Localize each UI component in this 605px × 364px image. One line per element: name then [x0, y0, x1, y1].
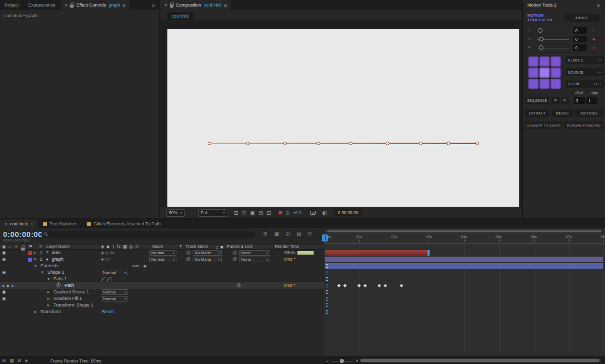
slider-left-icon[interactable]: ‹ — [529, 28, 530, 33]
add-null-button[interactable]: ADD NULL — [575, 109, 603, 117]
transparency-grid-icon[interactable]: ▤ — [258, 210, 263, 216]
property-row-path[interactable]: ◀ ◆ ▶ Path @ 0ms * — [0, 282, 324, 289]
parent-pickwhip-icon[interactable]: @ — [232, 250, 237, 256]
tab-timeline-glitch-elements[interactable]: Glitch Elements Attached To Path — [82, 219, 165, 228]
draft-3d-icon[interactable]: ▦ — [274, 231, 279, 236]
preset-cell[interactable] — [539, 56, 550, 67]
eye-icon[interactable]: ◉ — [2, 256, 6, 263]
preset-cell[interactable] — [551, 68, 561, 78]
expand-layers-icon[interactable]: ▦ — [10, 358, 14, 363]
show-snapshot-icon[interactable]: ◧ — [322, 210, 327, 216]
snapshot-camera-icon[interactable] — [310, 211, 316, 215]
clone-button[interactable]: CLONE ●●○○ — [566, 80, 604, 88]
stagger-up-icon[interactable]: ≡ — [552, 97, 560, 104]
reset-link[interactable]: Reset — [102, 309, 114, 315]
slider-value-1[interactable]: 0 — [573, 27, 587, 34]
zoom-in-mountain-icon[interactable]: ▲ — [355, 358, 359, 362]
viewer-tab-cool-trick[interactable]: cool trick — [167, 12, 194, 20]
property-row-gradient-stroke[interactable]: ◉ ▸ Gradient Stroke 1 Normal▾ — [0, 289, 324, 295]
path-point[interactable] — [349, 142, 352, 145]
timeline-scrollbar-track[interactable] — [360, 358, 601, 362]
shape-blend-mode-select[interactable]: Normal▾ — [101, 270, 128, 275]
expander-icon[interactable]: ▸ — [34, 309, 37, 315]
keyframe-add-icon[interactable]: ◆ — [7, 282, 9, 289]
slider-value-3[interactable]: 0 — [573, 44, 587, 51]
bounce-button[interactable]: BOUNCE ∼∼ — [566, 68, 604, 76]
eye-icon[interactable]: ◉ — [2, 289, 6, 295]
keyframe-prev-icon[interactable]: ◀ — [2, 282, 4, 289]
matte-pickwhip-icon[interactable]: @ — [186, 256, 191, 263]
pixel-aspect-icon[interactable]: ⊡ — [267, 210, 271, 216]
expander-icon[interactable]: ▾ — [34, 256, 36, 263]
layer-row-graph[interactable]: ◉ ▾ 2 ★ graph ◈ ◇ ∕ Normal▾ @ No Matte▾ … — [0, 256, 324, 263]
mask-mode-icon[interactable] — [101, 277, 105, 281]
toggle-switches-icon[interactable]: ◈ — [25, 358, 28, 363]
expander-icon[interactable]: ▸ — [47, 295, 50, 302]
layer-switches[interactable]: ◈ ◇ ∕ — [101, 256, 110, 263]
mask-visibility-icon[interactable]: ◫ — [241, 210, 246, 216]
property-row-transform-shape[interactable]: ▸ Transform: Shape 1 — [0, 302, 324, 309]
current-time-indicator-handle[interactable] — [322, 234, 328, 241]
tab-effect-controls[interactable]: × Effect Controls graph ≡ — [60, 0, 131, 10]
expander-icon[interactable]: ▸ — [34, 250, 36, 256]
expander-icon[interactable]: ▾ — [34, 263, 37, 269]
stroke-blend-mode-select[interactable]: Normal▾ — [101, 289, 128, 295]
remove-artboard-button[interactable]: REMOVE ARTBOARD — [564, 122, 603, 129]
tab-timeline-text-switches[interactable]: Text Switches — [38, 219, 82, 228]
property-row-shape1[interactable]: ◉ ▾ Shape 1 Normal▾ — [0, 269, 324, 276]
layer-row-dots[interactable]: ◉ ▸ 1 T dots ◈ ◇ ∕ fx Normal▾ @ No Matte… — [0, 250, 324, 256]
property-row-transform[interactable]: ▸ Transform Reset — [0, 309, 324, 315]
tab-timeline-cool-trick[interactable]: × cool trick ≡ — [0, 219, 38, 228]
path-point[interactable] — [386, 142, 389, 145]
current-time-indicator-line[interactable] — [325, 234, 325, 352]
close-icon[interactable]: × — [5, 221, 8, 227]
blend-mode-select[interactable]: Normal▾ — [149, 257, 176, 262]
eye-icon[interactable]: ◉ — [2, 269, 6, 276]
expand-modes-icon[interactable]: ⊞ — [17, 358, 21, 363]
timeline-scrollbar-thumb[interactable] — [360, 359, 599, 362]
expander-icon[interactable]: ▸ — [47, 302, 50, 309]
layer-bar-dots[interactable] — [325, 250, 430, 256]
keyframe-diamond[interactable] — [378, 284, 381, 287]
layer-bar-graph[interactable] — [325, 257, 603, 262]
channel-swatch-icon[interactable] — [278, 211, 282, 215]
exposure-value[interactable]: +0.0 — [293, 210, 301, 215]
frame-blending-icon[interactable]: ▤ — [296, 231, 301, 236]
timeline-track-area[interactable]: 0s 01s 02s 03s 04s 05s 06s 07s 08s — [325, 228, 605, 356]
elastic-button[interactable]: ELASTIC ∼∼ — [566, 56, 604, 64]
slider-value-2[interactable]: 0 — [573, 36, 587, 42]
property-label[interactable]: Path 1 — [53, 276, 67, 282]
expander-icon[interactable]: ▸ — [47, 289, 50, 295]
add-button-icon[interactable]: ◉ — [143, 263, 147, 269]
sequence-step-field[interactable]: 1 — [586, 97, 597, 104]
matte-pickwhip-icon[interactable]: @ — [186, 250, 191, 256]
property-row-gradient-fill[interactable]: ◉ ▸ Gradient Fill 1 Normal▾ — [0, 295, 324, 302]
lock-icon[interactable] — [70, 5, 74, 8]
comp-mini-flowchart-icon[interactable]: ⊞ — [263, 231, 267, 236]
composition-viewport[interactable] — [167, 29, 519, 207]
property-row-contents[interactable]: ▾ Contents Add: ◉ — [0, 263, 324, 269]
search-input[interactable] — [41, 231, 255, 238]
tab-expressionist[interactable]: Expressionist — [24, 0, 60, 10]
preset-cell[interactable] — [551, 79, 561, 89]
keyframe-diamond[interactable] — [343, 284, 346, 287]
keyframe-diamond[interactable] — [400, 284, 403, 287]
merge-button[interactable]: MERGE — [552, 109, 573, 117]
panel-menu-icon[interactable]: ≡ — [123, 3, 126, 8]
mask-mode-icon[interactable] — [107, 277, 111, 281]
preset-cell[interactable] — [528, 68, 538, 78]
keyframe-diamond[interactable] — [384, 284, 387, 287]
track-matte-select[interactable]: No Matte▾ — [193, 257, 222, 262]
region-of-interest-icon[interactable]: ▣ — [250, 210, 255, 216]
zoom-out-mountain-icon[interactable]: ▲ — [326, 359, 328, 362]
about-button[interactable]: ABOUT — [564, 14, 599, 22]
eye-icon[interactable]: ◉ — [2, 295, 6, 302]
panel-menu-icon[interactable]: ≡ — [597, 3, 600, 8]
path-point[interactable] — [447, 142, 450, 145]
panel-menu-icon[interactable]: ≡ — [224, 3, 227, 8]
layer-name[interactable]: graph — [52, 256, 64, 263]
render-queue-icon[interactable]: ⊚ — [2, 358, 6, 363]
slider-both-icon[interactable]: ›‹ — [528, 45, 530, 49]
property-label[interactable]: Contents — [40, 263, 58, 269]
property-label[interactable]: Transform: Shape 1 — [53, 302, 93, 309]
